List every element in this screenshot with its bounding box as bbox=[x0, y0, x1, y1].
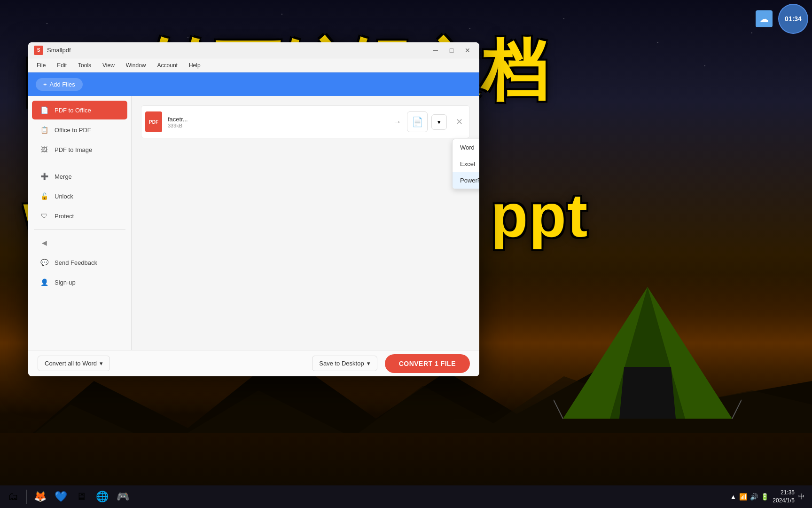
sidebar-label-pdf-to-image: PDF to Image bbox=[55, 146, 92, 153]
close-button[interactable]: ✕ bbox=[461, 46, 474, 55]
title-bar: S Smallpdf ─ □ ✕ bbox=[28, 42, 479, 58]
svg-line-6 bbox=[732, 400, 742, 419]
format-dropdown-button[interactable]: ▾ bbox=[431, 114, 447, 130]
taskbar: 🗂 🦊 💙 🖥 🌐 🎮 ▲ 📶 🔊 🔋 21:35 2024/1/5 中 bbox=[0, 485, 812, 508]
wifi-icon: 📶 bbox=[739, 493, 747, 500]
time-display: 01:34 bbox=[778, 4, 808, 34]
file-area: PDF facetr... 339kB → 📄 ▾ Word bbox=[132, 96, 479, 350]
save-to-chevron-icon: ▾ bbox=[367, 360, 370, 367]
taskbar-explorer[interactable]: 🖥 bbox=[72, 487, 91, 506]
convert-all-label: Convert all to Word bbox=[45, 360, 97, 367]
remove-file-button[interactable]: ✕ bbox=[453, 115, 466, 128]
sidebar-item-office-to-pdf[interactable]: 📋 Office to PDF bbox=[32, 120, 127, 139]
taskbar-separator-1 bbox=[26, 490, 27, 504]
sidebar-collapse-btn[interactable]: ◀ bbox=[32, 233, 127, 252]
save-to-label: Save to Desktop bbox=[319, 360, 364, 367]
window-controls: ─ □ ✕ bbox=[429, 46, 474, 55]
merge-icon: ➕ bbox=[39, 172, 49, 181]
tent-decoration bbox=[554, 273, 742, 437]
sidebar-item-pdf-to-image[interactable]: 🖼 PDF to Image bbox=[32, 140, 127, 159]
sidebar-label-signup: Sign-up bbox=[55, 279, 76, 286]
network-icon: ▲ bbox=[730, 493, 736, 500]
sidebar-label-unlock: Unlock bbox=[55, 193, 73, 200]
sidebar-item-send-feedback[interactable]: 💬 Send Feedback bbox=[32, 253, 127, 272]
app-window: S Smallpdf ─ □ ✕ File Edit Tools View Wi… bbox=[28, 42, 479, 376]
minimize-button[interactable]: ─ bbox=[429, 46, 442, 55]
clock-date: 2024/1/5 bbox=[773, 497, 795, 505]
svg-line-5 bbox=[554, 400, 563, 419]
sidebar: 📄 PDF to Office 📋 Office to PDF 🖼 PDF to… bbox=[28, 96, 132, 350]
plus-icon: + bbox=[43, 81, 47, 88]
menu-view[interactable]: View bbox=[98, 60, 119, 71]
dropdown-item-excel[interactable]: Excel bbox=[453, 156, 479, 172]
chevron-down-icon: ▾ bbox=[437, 119, 441, 126]
taskbar-app[interactable]: 🎮 bbox=[113, 487, 132, 506]
action-bar: + Add Files bbox=[28, 72, 479, 96]
volume-icon: 🔊 bbox=[750, 493, 758, 500]
save-to-button[interactable]: Save to Desktop ▾ bbox=[312, 356, 377, 371]
add-files-button[interactable]: + Add Files bbox=[36, 78, 83, 91]
file-size: 339kB bbox=[168, 123, 387, 128]
taskbar-start[interactable]: 🗂 bbox=[4, 487, 23, 506]
taskbar-browser[interactable]: 🌐 bbox=[93, 487, 111, 506]
pdf-to-office-icon: 📄 bbox=[39, 105, 49, 115]
sidebar-item-unlock[interactable]: 🔓 Unlock bbox=[32, 187, 127, 206]
menu-help[interactable]: Help bbox=[184, 60, 205, 71]
taskbar-right: ▲ 📶 🔊 🔋 21:35 2024/1/5 中 bbox=[730, 489, 808, 505]
format-dropdown-menu: Word Excel PowerPoint bbox=[452, 139, 479, 189]
svg-marker-4 bbox=[619, 367, 676, 419]
dropdown-item-powerpoint[interactable]: PowerPoint bbox=[453, 172, 479, 189]
clock-time: 21:35 bbox=[773, 489, 795, 497]
sidebar-divider-2 bbox=[34, 229, 125, 230]
battery-icon: 🔋 bbox=[761, 493, 769, 500]
maximize-button[interactable]: □ bbox=[445, 46, 458, 55]
format-icon-button[interactable]: 📄 bbox=[407, 111, 428, 132]
language-indicator: 中 bbox=[798, 492, 804, 501]
arrow-icon: → bbox=[393, 117, 401, 127]
file-info: facetr... 339kB bbox=[168, 116, 387, 128]
sidebar-item-protect[interactable]: 🛡 Protect bbox=[32, 206, 127, 225]
add-files-area: + Add Files bbox=[36, 78, 472, 91]
cloud-icon[interactable]: ☁ bbox=[756, 10, 773, 27]
signup-icon: 👤 bbox=[39, 278, 49, 287]
collapse-icon: ◀ bbox=[39, 238, 49, 247]
taskbar-firefox[interactable]: 🦊 bbox=[31, 487, 49, 506]
sidebar-divider bbox=[34, 163, 125, 163]
sidebar-label-office-to-pdf: Office to PDF bbox=[55, 127, 91, 134]
protect-icon: 🛡 bbox=[39, 211, 49, 221]
convert-all-button[interactable]: Convert all to Word ▾ bbox=[38, 356, 110, 371]
sidebar-label-protect: Protect bbox=[55, 213, 74, 220]
convert-file-label: CONVERT 1 FILE bbox=[399, 360, 456, 367]
sidebar-label-pdf-to-office: PDF to Office bbox=[55, 107, 91, 114]
bottom-bar: Convert all to Word ▾ Save to Desktop ▾ … bbox=[28, 350, 479, 376]
convert-to-area: 📄 ▾ Word Excel PowerPoint bbox=[407, 111, 447, 132]
sidebar-item-merge[interactable]: ➕ Merge bbox=[32, 167, 127, 186]
taskbar-vscode[interactable]: 💙 bbox=[51, 487, 70, 506]
unlock-icon: 🔓 bbox=[39, 191, 49, 201]
feedback-icon: 💬 bbox=[39, 258, 49, 267]
pdf-to-image-icon: 🖼 bbox=[39, 145, 49, 154]
sidebar-label-feedback: Send Feedback bbox=[55, 259, 97, 266]
menu-account[interactable]: Account bbox=[153, 60, 182, 71]
sidebar-label-merge: Merge bbox=[55, 173, 72, 180]
sidebar-item-pdf-to-office[interactable]: 📄 PDF to Office bbox=[32, 101, 127, 119]
menu-bar: File Edit Tools View Window Account Help bbox=[28, 58, 479, 72]
office-to-pdf-icon: 📋 bbox=[39, 125, 49, 135]
menu-edit[interactable]: Edit bbox=[52, 60, 71, 71]
file-row: PDF facetr... 339kB → 📄 ▾ Word bbox=[141, 105, 470, 138]
menu-file[interactable]: File bbox=[32, 60, 50, 71]
convert-file-button[interactable]: CONVERT 1 FILE bbox=[385, 354, 470, 373]
file-name: facetr... bbox=[168, 116, 387, 123]
sidebar-item-sign-up[interactable]: 👤 Sign-up bbox=[32, 273, 127, 292]
top-right-area: ☁ 01:34 bbox=[756, 4, 808, 34]
sys-tray: ▲ 📶 🔊 🔋 bbox=[730, 493, 769, 500]
main-content: 📄 PDF to Office 📋 Office to PDF 🖼 PDF to… bbox=[28, 96, 479, 350]
dropdown-item-word[interactable]: Word bbox=[453, 139, 479, 156]
app-logo: S bbox=[34, 46, 43, 55]
menu-tools[interactable]: Tools bbox=[73, 60, 96, 71]
app-title: Smallpdf bbox=[47, 47, 429, 54]
file-pdf-icon: PDF bbox=[145, 111, 162, 132]
menu-window[interactable]: Window bbox=[121, 60, 151, 71]
taskbar-clock: 21:35 2024/1/5 bbox=[773, 489, 795, 505]
convert-all-chevron-icon: ▾ bbox=[100, 360, 103, 367]
